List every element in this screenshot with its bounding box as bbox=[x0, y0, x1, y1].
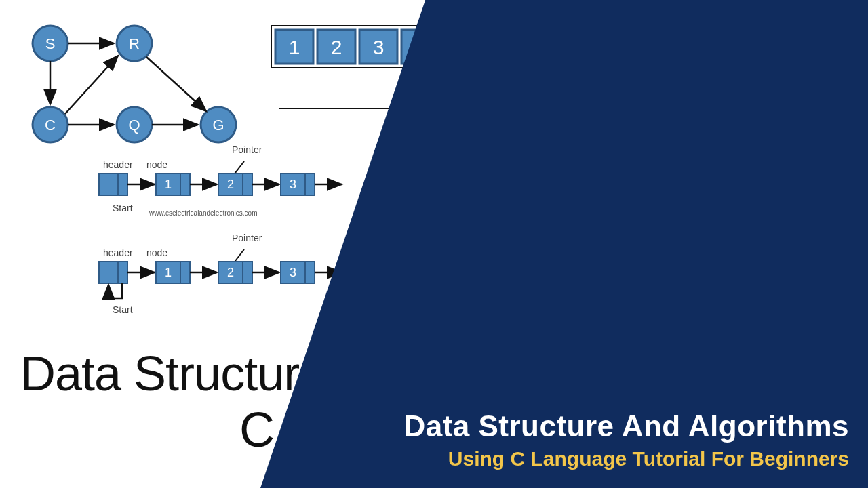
ll-header-label: header bbox=[103, 247, 133, 258]
ll-node: 2 bbox=[227, 266, 234, 279]
svg-rect-24 bbox=[180, 262, 190, 283]
ll-node: 3 bbox=[290, 178, 296, 191]
ll-node-label: node bbox=[146, 247, 167, 258]
graph-edge bbox=[65, 56, 118, 114]
ll-pointer-label: Pointer bbox=[232, 144, 262, 155]
credit-text: www.cselectricalandelectronics.com bbox=[149, 209, 258, 217]
ll-node-label: node bbox=[146, 159, 167, 170]
overlay-text: Data Structure And Algorithms Using C La… bbox=[403, 409, 849, 470]
svg-rect-30 bbox=[305, 262, 315, 283]
linked-list-2: header node Pointer 1 2 3 bbox=[99, 232, 342, 315]
ll-start-label: Start bbox=[113, 304, 133, 315]
overlay-subtitle: Using C Language Tutorial For Beginners bbox=[403, 447, 849, 470]
graph-node-s-label: S bbox=[45, 35, 56, 52]
ll-start-label: Start bbox=[113, 203, 133, 214]
svg-rect-8 bbox=[118, 174, 127, 195]
graph-node-r-label: R bbox=[129, 35, 140, 52]
svg-rect-27 bbox=[243, 262, 252, 283]
array-cell: 1 bbox=[289, 36, 300, 58]
graph-node-g-label: G bbox=[212, 117, 224, 134]
ll-node: 3 bbox=[290, 266, 296, 279]
svg-rect-21 bbox=[118, 262, 127, 283]
svg-rect-17 bbox=[305, 174, 315, 195]
ll-node: 1 bbox=[165, 266, 172, 279]
overlay-title: Data Structure And Algorithms bbox=[403, 409, 849, 443]
ll-pointer-label: Pointer bbox=[232, 232, 262, 243]
graph-node-c-label: C bbox=[45, 117, 56, 134]
ll-header-label: header bbox=[103, 159, 133, 170]
svg-rect-7 bbox=[99, 174, 118, 195]
ll-node: 2 bbox=[227, 178, 234, 191]
linked-list-1: header node Pointer 1 2 bbox=[99, 144, 342, 217]
graph-node-q-label: Q bbox=[128, 117, 140, 134]
graph-diagram: S R C Q G bbox=[33, 26, 236, 142]
array-cell: 2 bbox=[331, 36, 342, 58]
array-cell: 3 bbox=[373, 36, 384, 58]
graph-edge bbox=[146, 57, 206, 111]
svg-rect-20 bbox=[99, 262, 118, 283]
ll-node: 1 bbox=[165, 178, 172, 191]
svg-rect-11 bbox=[180, 174, 190, 195]
svg-rect-14 bbox=[243, 174, 252, 195]
